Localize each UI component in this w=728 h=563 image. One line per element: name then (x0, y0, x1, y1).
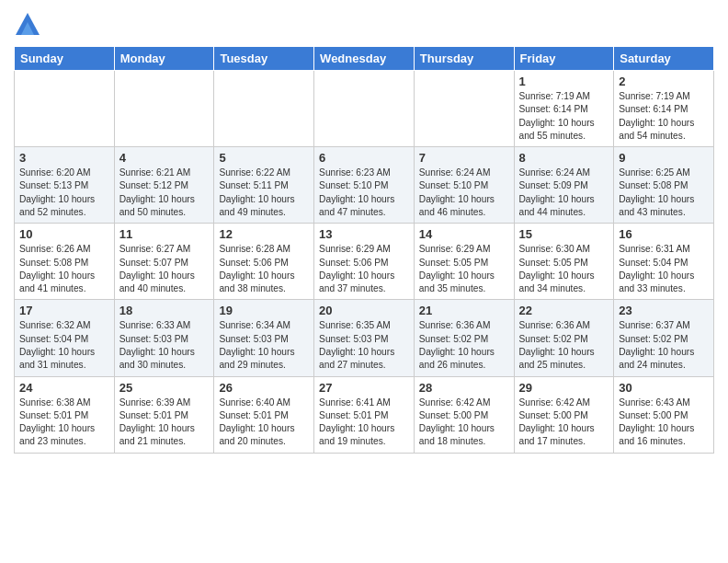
calendar-cell-18: 18Sunrise: 6:33 AM Sunset: 5:03 PM Dayli… (114, 300, 214, 376)
day-number: 12 (219, 227, 309, 241)
day-info: Sunrise: 6:41 AM Sunset: 5:01 PM Dayligh… (319, 396, 409, 449)
calendar-week-1: 3Sunrise: 6:20 AM Sunset: 5:13 PM Daylig… (15, 147, 714, 224)
calendar-cell-28: 28Sunrise: 6:42 AM Sunset: 5:00 PM Dayli… (414, 376, 514, 453)
day-number: 1 (519, 75, 609, 88)
day-info: Sunrise: 6:43 AM Sunset: 5:00 PM Dayligh… (619, 396, 709, 449)
calendar-cell-29: 29Sunrise: 6:42 AM Sunset: 5:00 PM Dayli… (514, 376, 614, 453)
day-info: Sunrise: 7:19 AM Sunset: 6:14 PM Dayligh… (519, 90, 609, 143)
calendar-cell-14: 14Sunrise: 6:29 AM Sunset: 5:05 PM Dayli… (414, 224, 514, 300)
day-number: 8 (519, 151, 609, 165)
calendar-cell-empty (314, 71, 415, 147)
day-info: Sunrise: 6:20 AM Sunset: 5:13 PM Dayligh… (19, 167, 109, 219)
day-info: Sunrise: 6:30 AM Sunset: 5:05 PM Dayligh… (519, 243, 609, 295)
calendar-cell-15: 15Sunrise: 6:30 AM Sunset: 5:05 PM Dayli… (514, 224, 614, 300)
calendar-header-saturday: Saturday (614, 47, 714, 71)
calendar-cell-27: 27Sunrise: 6:41 AM Sunset: 5:01 PM Dayli… (314, 376, 415, 453)
day-info: Sunrise: 6:36 AM Sunset: 5:02 PM Dayligh… (419, 319, 509, 372)
calendar-cell-9: 9Sunrise: 6:25 AM Sunset: 5:08 PM Daylig… (614, 147, 714, 224)
day-number: 30 (619, 381, 709, 395)
calendar-header-monday: Monday (114, 47, 214, 71)
calendar-cell-11: 11Sunrise: 6:27 AM Sunset: 5:07 PM Dayli… (114, 224, 214, 300)
day-info: Sunrise: 6:26 AM Sunset: 5:08 PM Dayligh… (19, 243, 109, 295)
calendar-cell-empty (114, 71, 214, 147)
day-info: Sunrise: 6:38 AM Sunset: 5:01 PM Dayligh… (19, 396, 109, 449)
calendar-cell-17: 17Sunrise: 6:32 AM Sunset: 5:04 PM Dayli… (15, 300, 115, 376)
day-number: 16 (619, 227, 709, 241)
day-info: Sunrise: 6:36 AM Sunset: 5:02 PM Dayligh… (519, 319, 609, 372)
day-info: Sunrise: 6:24 AM Sunset: 5:09 PM Dayligh… (519, 167, 609, 219)
calendar-header-sunday: Sunday (15, 47, 115, 71)
calendar-week-4: 24Sunrise: 6:38 AM Sunset: 5:01 PM Dayli… (15, 376, 714, 453)
day-number: 4 (119, 151, 210, 165)
day-info: Sunrise: 6:25 AM Sunset: 5:08 PM Dayligh… (619, 167, 709, 219)
calendar-cell-30: 30Sunrise: 6:43 AM Sunset: 5:00 PM Dayli… (614, 376, 714, 453)
day-number: 17 (19, 304, 109, 317)
day-info: Sunrise: 6:39 AM Sunset: 5:01 PM Dayligh… (119, 396, 210, 449)
day-info: Sunrise: 6:31 AM Sunset: 5:04 PM Dayligh… (619, 243, 709, 295)
day-info: Sunrise: 6:42 AM Sunset: 5:00 PM Dayligh… (419, 396, 509, 449)
calendar-week-2: 10Sunrise: 6:26 AM Sunset: 5:08 PM Dayli… (15, 224, 714, 300)
day-number: 26 (219, 381, 309, 395)
calendar-cell-empty (15, 71, 115, 147)
day-info: Sunrise: 6:28 AM Sunset: 5:06 PM Dayligh… (219, 243, 309, 295)
logo-icon (14, 9, 41, 37)
calendar-header-thursday: Thursday (414, 47, 514, 71)
day-info: Sunrise: 6:27 AM Sunset: 5:07 PM Dayligh… (119, 243, 210, 295)
header (14, 9, 714, 37)
day-number: 7 (419, 151, 509, 165)
day-number: 14 (419, 227, 509, 241)
calendar-cell-1: 1Sunrise: 7:19 AM Sunset: 6:14 PM Daylig… (514, 71, 614, 147)
day-number: 22 (519, 304, 609, 317)
day-info: Sunrise: 6:33 AM Sunset: 5:03 PM Dayligh… (119, 319, 210, 372)
calendar-header-wednesday: Wednesday (314, 47, 415, 71)
day-number: 28 (419, 381, 509, 395)
day-number: 13 (319, 227, 409, 241)
day-number: 3 (19, 151, 109, 165)
calendar-cell-26: 26Sunrise: 6:40 AM Sunset: 5:01 PM Dayli… (214, 376, 314, 453)
day-number: 20 (319, 304, 409, 317)
day-number: 2 (619, 75, 709, 88)
day-number: 19 (219, 304, 309, 317)
calendar-cell-22: 22Sunrise: 6:36 AM Sunset: 5:02 PM Dayli… (514, 300, 614, 376)
day-number: 21 (419, 304, 509, 317)
day-info: Sunrise: 6:42 AM Sunset: 5:00 PM Dayligh… (519, 396, 609, 449)
day-number: 25 (119, 381, 210, 395)
day-number: 10 (19, 227, 109, 241)
calendar-cell-6: 6Sunrise: 6:23 AM Sunset: 5:10 PM Daylig… (314, 147, 415, 224)
logo (14, 9, 45, 37)
day-info: Sunrise: 7:19 AM Sunset: 6:14 PM Dayligh… (619, 90, 709, 143)
calendar-table: SundayMondayTuesdayWednesdayThursdayFrid… (14, 46, 714, 454)
calendar-header-friday: Friday (514, 47, 614, 71)
day-number: 18 (119, 304, 210, 317)
calendar-cell-5: 5Sunrise: 6:22 AM Sunset: 5:11 PM Daylig… (214, 147, 314, 224)
day-info: Sunrise: 6:24 AM Sunset: 5:10 PM Dayligh… (419, 167, 509, 219)
day-number: 27 (319, 381, 409, 395)
calendar-cell-8: 8Sunrise: 6:24 AM Sunset: 5:09 PM Daylig… (514, 147, 614, 224)
calendar-cell-10: 10Sunrise: 6:26 AM Sunset: 5:08 PM Dayli… (15, 224, 115, 300)
day-number: 15 (519, 227, 609, 241)
calendar-cell-empty (414, 71, 514, 147)
day-info: Sunrise: 6:23 AM Sunset: 5:10 PM Dayligh… (319, 167, 409, 219)
calendar-week-0: 1Sunrise: 7:19 AM Sunset: 6:14 PM Daylig… (15, 71, 714, 147)
calendar-cell-25: 25Sunrise: 6:39 AM Sunset: 5:01 PM Dayli… (114, 376, 214, 453)
calendar-cell-20: 20Sunrise: 6:35 AM Sunset: 5:03 PM Dayli… (314, 300, 415, 376)
day-number: 5 (219, 151, 309, 165)
calendar-week-3: 17Sunrise: 6:32 AM Sunset: 5:04 PM Dayli… (15, 300, 714, 376)
calendar-cell-24: 24Sunrise: 6:38 AM Sunset: 5:01 PM Dayli… (15, 376, 115, 453)
calendar-cell-empty (214, 71, 314, 147)
day-info: Sunrise: 6:22 AM Sunset: 5:11 PM Dayligh… (219, 167, 309, 219)
day-number: 9 (619, 151, 709, 165)
day-number: 11 (119, 227, 210, 241)
calendar-header-row: SundayMondayTuesdayWednesdayThursdayFrid… (15, 47, 714, 71)
day-number: 24 (19, 381, 109, 395)
day-info: Sunrise: 6:35 AM Sunset: 5:03 PM Dayligh… (319, 319, 409, 372)
calendar-cell-13: 13Sunrise: 6:29 AM Sunset: 5:06 PM Dayli… (314, 224, 415, 300)
calendar-cell-23: 23Sunrise: 6:37 AM Sunset: 5:02 PM Dayli… (614, 300, 714, 376)
calendar-cell-19: 19Sunrise: 6:34 AM Sunset: 5:03 PM Dayli… (214, 300, 314, 376)
day-number: 23 (619, 304, 709, 317)
day-info: Sunrise: 6:34 AM Sunset: 5:03 PM Dayligh… (219, 319, 309, 372)
day-number: 6 (319, 151, 409, 165)
day-info: Sunrise: 6:32 AM Sunset: 5:04 PM Dayligh… (19, 319, 109, 372)
calendar-cell-12: 12Sunrise: 6:28 AM Sunset: 5:06 PM Dayli… (214, 224, 314, 300)
day-number: 29 (519, 381, 609, 395)
